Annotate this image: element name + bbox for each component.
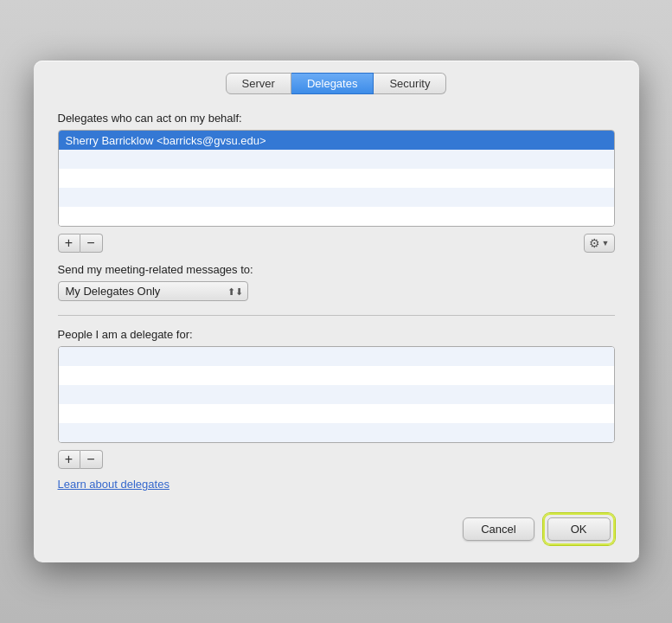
dialog-footer: Cancel OK (34, 504, 639, 545)
list-item[interactable] (59, 150, 614, 169)
ok-button[interactable]: OK (547, 517, 611, 541)
meeting-select[interactable]: My Delegates OnlyMy Delegates and MeOnly… (58, 281, 248, 301)
list-item[interactable] (59, 423, 614, 442)
section-divider (58, 315, 615, 316)
delegates-heading: Delegates who can act on my behalf: (58, 112, 615, 125)
gear-button[interactable]: ⚙ ▼ (584, 234, 615, 253)
tab-delegates[interactable]: Delegates (291, 73, 374, 94)
people-add-remove-group: + − (58, 450, 103, 469)
delegates-dialog: Server Delegates Security Delegates who … (34, 61, 639, 562)
list-item[interactable] (59, 404, 614, 423)
list-item[interactable]: Sherry Barricklow <barricks@gvsu.edu> (59, 131, 614, 150)
list-item[interactable] (59, 207, 614, 226)
people-list[interactable] (58, 346, 615, 443)
tab-bar: Server Delegates Security (34, 61, 639, 105)
people-heading: People I am a delegate for: (58, 328, 615, 341)
delegates-list[interactable]: Sherry Barricklow <barricks@gvsu.edu> (58, 130, 615, 227)
cancel-button[interactable]: Cancel (463, 517, 534, 541)
delegates-button-row: + − ⚙ ▼ (58, 234, 615, 253)
add-remove-group: + − (58, 234, 103, 253)
people-button-row: + − (58, 450, 615, 469)
gear-icon: ⚙ (589, 236, 600, 250)
remove-delegate-button[interactable]: − (80, 234, 103, 253)
meeting-select-wrapper: My Delegates OnlyMy Delegates and MeOnly… (58, 281, 248, 301)
ok-button-wrapper: OK (543, 513, 615, 545)
list-item[interactable] (59, 385, 614, 404)
tab-server[interactable]: Server (226, 73, 291, 94)
learn-about-delegates-link[interactable]: Learn about delegates (58, 478, 170, 491)
dialog-content: Delegates who can act on my behalf: Sher… (34, 105, 639, 504)
add-person-button[interactable]: + (58, 450, 80, 469)
list-item[interactable] (59, 347, 614, 366)
tab-security[interactable]: Security (374, 73, 446, 94)
list-item[interactable] (59, 366, 614, 385)
list-item[interactable] (59, 169, 614, 188)
chevron-down-icon: ▼ (602, 239, 610, 247)
meeting-label: Send my meeting-related messages to: (58, 263, 615, 276)
remove-person-button[interactable]: − (80, 450, 103, 469)
add-delegate-button[interactable]: + (58, 234, 80, 253)
list-item[interactable] (59, 188, 614, 207)
